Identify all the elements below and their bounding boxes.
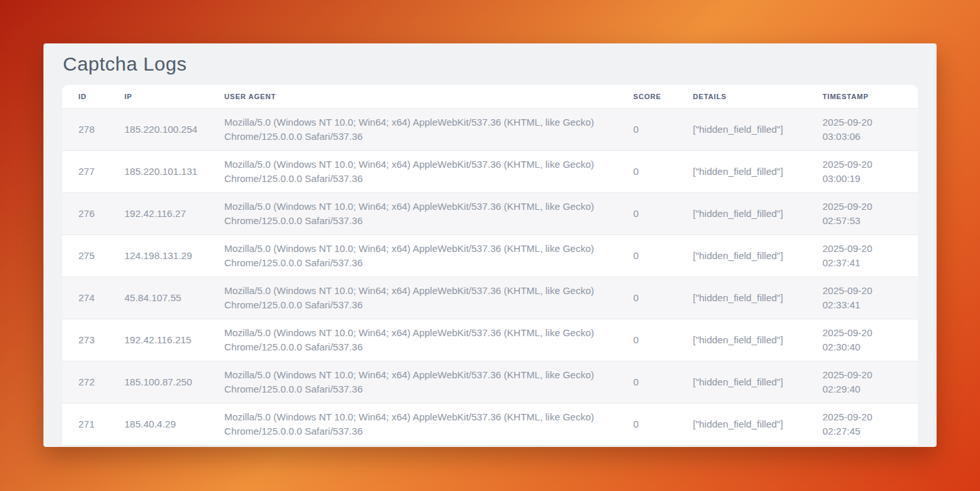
cell-ip: 192.42.116.27	[124, 192, 224, 234]
cell-user_agent: Mozilla/5.0 (Windows NT 10.0; Win64; x64…	[224, 277, 633, 319]
column-header-id: ID	[62, 85, 124, 108]
column-header-user-agent: USER AGENT	[224, 85, 633, 108]
cell-details: ["hidden_field_filled"]	[693, 277, 822, 319]
cell-timestamp: 2025-09-20 02:57:53	[822, 192, 918, 234]
column-header-score: SCORE	[633, 85, 693, 108]
cell-timestamp: 2025-09-20 02:27:45	[822, 403, 918, 445]
cell-timestamp: 2025-09-20 03:00:19	[822, 150, 918, 192]
cell-id: 278	[62, 108, 124, 150]
cell-user_agent: Mozilla/5.0 (Windows NT 10.0; Win64; x64…	[224, 192, 633, 234]
cell-details: ["hidden_field_filled"]	[693, 361, 822, 403]
cell-timestamp: 2025-09-20 02:30:40	[822, 319, 918, 361]
cell-ip: 185.40.4.29	[124, 403, 224, 445]
cell-user_agent: Mozilla/5.0 (Windows NT 10.0; Win64; x64…	[224, 150, 633, 192]
cell-score: 0	[633, 150, 693, 192]
cell-timestamp: 2025-09-20 02:29:40	[822, 361, 918, 403]
cell-user_agent: Mozilla/5.0 (Windows NT 10.0; Win64; x64…	[224, 319, 633, 361]
cell-timestamp: 2025-09-20 02:37:41	[822, 234, 918, 277]
cell-details: ["hidden_field_filled"]	[693, 150, 822, 192]
cell-user_agent: Mozilla/5.0 (Windows NT 10.0; Win64; x64…	[224, 361, 633, 403]
cell-score: 0	[633, 319, 693, 361]
cell-ip: 185.220.100.254	[124, 108, 224, 150]
cell-id: 273	[62, 319, 124, 361]
table-row: 272185.100.87.250Mozilla/5.0 (Windows NT…	[62, 361, 918, 403]
cell-timestamp: 2025-09-20 03:03:06	[822, 108, 918, 150]
column-header-timestamp: TIMESTAMP	[822, 85, 918, 108]
cell-details: ["hidden_field_filled"]	[693, 319, 822, 361]
logs-table: ID IP USER AGENT SCORE DETAILS TIMESTAMP…	[62, 85, 918, 446]
table-row: 275124.198.131.29Mozilla/5.0 (Windows NT…	[62, 234, 918, 277]
column-header-details: DETAILS	[693, 85, 822, 108]
column-header-ip: IP	[124, 85, 224, 108]
cell-ip: 45.84.107.55	[124, 277, 224, 319]
cell-id: 271	[62, 403, 124, 445]
cell-ip: 185.220.101.131	[124, 150, 224, 192]
cell-details: ["hidden_field_filled"]	[693, 108, 822, 150]
cell-id: 276	[62, 192, 124, 234]
cell-score: 0	[633, 361, 693, 403]
cell-details: ["hidden_field_filled"]	[693, 403, 822, 445]
cell-id: 277	[62, 150, 124, 192]
table-row: 277185.220.101.131Mozilla/5.0 (Windows N…	[62, 150, 918, 192]
table-row: 271185.40.4.29Mozilla/5.0 (Windows NT 10…	[62, 403, 918, 445]
table-body: 278185.220.100.254Mozilla/5.0 (Windows N…	[62, 108, 918, 445]
cell-ip: 185.100.87.250	[124, 361, 224, 403]
page-title: Captcha Logs	[63, 54, 918, 74]
cell-details: ["hidden_field_filled"]	[693, 192, 822, 234]
cell-user_agent: Mozilla/5.0 (Windows NT 10.0; Win64; x64…	[224, 234, 633, 277]
cell-id: 275	[62, 234, 124, 277]
cell-ip: 124.198.131.29	[124, 234, 224, 277]
cell-user_agent: Mozilla/5.0 (Windows NT 10.0; Win64; x64…	[224, 403, 633, 445]
cell-details: ["hidden_field_filled"]	[693, 234, 822, 277]
cell-score: 0	[633, 192, 693, 234]
cell-id: 272	[62, 361, 124, 403]
table-row: 278185.220.100.254Mozilla/5.0 (Windows N…	[62, 108, 918, 150]
cell-user_agent: Mozilla/5.0 (Windows NT 10.0; Win64; x64…	[224, 108, 633, 150]
cell-score: 0	[633, 234, 693, 277]
cell-score: 0	[633, 277, 693, 319]
page-background: { "page": { "title": "Captcha Logs" }, "…	[0, 0, 980, 491]
table-row: 276192.42.116.27Mozilla/5.0 (Windows NT …	[62, 192, 918, 234]
table-row: 27445.84.107.55Mozilla/5.0 (Windows NT 1…	[62, 277, 918, 319]
cell-score: 0	[633, 403, 693, 445]
table-row: 273192.42.116.215Mozilla/5.0 (Windows NT…	[62, 319, 918, 361]
cell-timestamp: 2025-09-20 02:33:41	[822, 277, 918, 319]
logs-table-container: ID IP USER AGENT SCORE DETAILS TIMESTAMP…	[62, 85, 918, 446]
cell-id: 274	[62, 277, 124, 319]
table-header-row: ID IP USER AGENT SCORE DETAILS TIMESTAMP	[62, 85, 918, 108]
cell-ip: 192.42.116.215	[124, 319, 224, 361]
captcha-logs-card: Captcha Logs ID IP USER AGENT SCORE DETA…	[43, 43, 937, 447]
cell-score: 0	[633, 108, 693, 150]
